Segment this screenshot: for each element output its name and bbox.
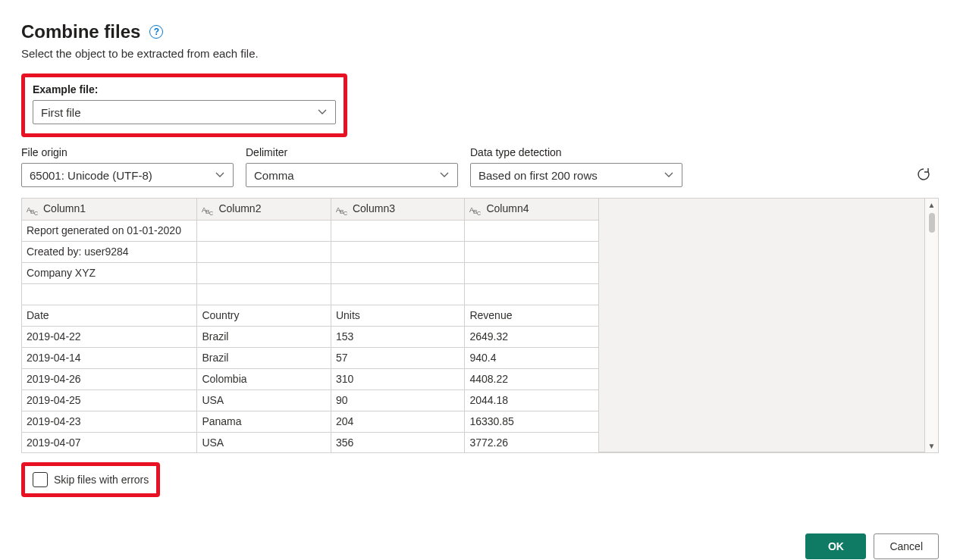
example-file-highlight: Example file: First file [21, 74, 347, 137]
table-cell: 2019-04-23 [22, 411, 197, 432]
table-cell: Units [331, 305, 465, 326]
table-cell [197, 283, 331, 305]
table-row[interactable]: 2019-04-07USA3563772.26 [22, 432, 599, 452]
page-title: Combine files [21, 21, 140, 42]
column-header[interactable]: ABCColumn1 [22, 199, 197, 220]
table-cell: 2044.18 [465, 389, 599, 411]
table-cell: Colombia [197, 368, 331, 389]
example-file-select[interactable]: First file [33, 100, 336, 124]
table-cell: 16330.85 [465, 411, 599, 432]
chevron-down-icon [664, 170, 674, 180]
column-header-label: Column1 [43, 202, 86, 214]
skip-errors-highlight: Skip files with errors [21, 462, 160, 497]
text-type-icon: ABC [202, 203, 214, 215]
table-cell: Revenue [465, 305, 599, 326]
vertical-scrollbar[interactable]: ▲ ▼ [924, 199, 938, 452]
table-cell: 2019-04-14 [22, 347, 197, 368]
table-cell: Country [197, 305, 331, 326]
help-icon[interactable]: ? [149, 25, 163, 39]
table-cell [331, 283, 465, 305]
text-type-icon: ABC [27, 203, 39, 215]
scroll-up-icon[interactable]: ▲ [928, 199, 936, 211]
table-cell: 356 [331, 432, 465, 452]
table-row[interactable]: 2019-04-25USA902044.18 [22, 389, 599, 411]
table-cell: USA [197, 432, 331, 452]
scroll-thumb[interactable] [929, 213, 935, 233]
table-cell: 2019-04-25 [22, 389, 197, 411]
table-cell: 2019-04-26 [22, 368, 197, 389]
delimiter-value: Comma [254, 169, 294, 182]
datatype-select[interactable]: Based on first 200 rows [470, 163, 682, 187]
table-cell [465, 220, 599, 241]
table-row[interactable] [22, 283, 599, 305]
chevron-down-icon [215, 170, 225, 180]
table-cell [331, 241, 465, 262]
table-row[interactable]: DateCountryUnitsRevenue [22, 305, 599, 326]
column-header-label: Column3 [353, 202, 395, 214]
table-cell: 90 [331, 389, 465, 411]
table-cell [465, 283, 599, 305]
table-cell: 2649.32 [465, 326, 599, 347]
table-row[interactable]: 2019-04-14Brazil57940.4 [22, 347, 599, 368]
table-cell: 3772.26 [465, 432, 599, 452]
svg-text:C: C [34, 211, 38, 215]
svg-text:C: C [477, 211, 481, 215]
table-cell: 57 [331, 347, 465, 368]
table-row[interactable]: Company XYZ [22, 262, 599, 283]
table-cell: Date [22, 305, 197, 326]
table-cell: Created by: user9284 [22, 241, 197, 262]
table-cell: 940.4 [465, 347, 599, 368]
delimiter-label: Delimiter [246, 146, 458, 158]
table-row[interactable]: 2019-04-22Brazil1532649.32 [22, 326, 599, 347]
svg-text:C: C [209, 211, 213, 215]
column-header-label: Column2 [218, 202, 261, 214]
table-cell [465, 262, 599, 283]
subtitle: Select the object to be extracted from e… [21, 47, 939, 60]
file-origin-value: 65001: Unicode (UTF-8) [30, 169, 152, 182]
refresh-icon[interactable] [916, 167, 931, 182]
cancel-button[interactable]: Cancel [874, 533, 939, 559]
skip-errors-checkbox[interactable] [33, 472, 48, 487]
preview-table: ABCColumn1ABCColumn2ABCColumn3ABCColumn4… [22, 199, 599, 452]
table-cell [197, 262, 331, 283]
column-header[interactable]: ABCColumn3 [331, 199, 465, 220]
table-cell: 204 [331, 411, 465, 432]
table-cell [22, 283, 197, 305]
header-filler [599, 199, 924, 452]
table-cell [331, 220, 465, 241]
table-row[interactable]: 2019-04-26Colombia3104408.22 [22, 368, 599, 389]
table-cell: Brazil [197, 326, 331, 347]
datatype-value: Based on first 200 rows [478, 169, 598, 182]
table-cell: 2019-04-22 [22, 326, 197, 347]
chevron-down-icon [439, 170, 450, 180]
table-cell: 310 [331, 368, 465, 389]
datatype-label: Data type detection [470, 146, 682, 158]
table-cell: Brazil [197, 347, 331, 368]
delimiter-select[interactable]: Comma [246, 163, 458, 187]
example-file-label: Example file: [33, 83, 336, 95]
ok-button[interactable]: OK [805, 533, 866, 559]
table-row[interactable]: Created by: user9284 [22, 241, 599, 262]
svg-text:C: C [344, 211, 347, 215]
skip-errors-label: Skip files with errors [54, 474, 149, 486]
column-header-label: Column4 [486, 202, 529, 214]
table-cell: 153 [331, 326, 465, 347]
scroll-down-icon[interactable]: ▼ [928, 440, 936, 452]
file-origin-label: File origin [21, 146, 234, 158]
text-type-icon: ABC [469, 203, 482, 215]
table-cell [331, 262, 465, 283]
table-row[interactable]: Report generated on 01-01-2020 [22, 220, 599, 241]
table-cell [465, 241, 599, 262]
table-cell: Report generated on 01-01-2020 [22, 220, 197, 241]
example-file-value: First file [41, 106, 81, 119]
column-header[interactable]: ABCColumn4 [465, 199, 599, 220]
table-cell [197, 241, 331, 262]
table-cell: 2019-04-07 [22, 432, 197, 452]
table-row[interactable]: 2019-04-23Panama20416330.85 [22, 411, 599, 432]
table-cell: USA [197, 389, 331, 411]
table-cell [197, 220, 331, 241]
table-cell: Panama [197, 411, 331, 432]
column-header[interactable]: ABCColumn2 [197, 199, 331, 220]
chevron-down-icon [317, 107, 328, 117]
file-origin-select[interactable]: 65001: Unicode (UTF-8) [21, 163, 234, 187]
